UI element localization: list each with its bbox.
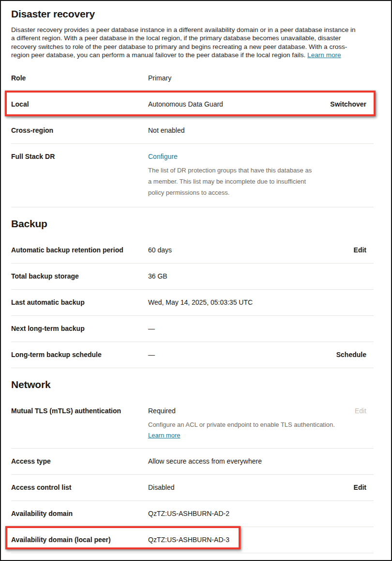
learn-more-link[interactable]: Learn more (148, 431, 180, 439)
row-value-col: ConfigureThe list of DR protection group… (148, 153, 374, 198)
section-backup: BackupAutomatic backup retention period6… (11, 218, 374, 368)
row-label: Cross-region (11, 126, 148, 135)
row-description-line: a member. This list may be incomplete du… (148, 176, 351, 187)
row-value: Required (148, 407, 176, 415)
section-title-backup: Backup (11, 218, 374, 230)
row-cross-region: Cross-regionNot enabled (11, 118, 374, 144)
row-last-automatic-backup: Last automatic backupWed, May 14, 2025, … (11, 290, 374, 316)
row-label: Role (11, 74, 148, 82)
row-availability-domain: Availability domainQzTZ:US-ASHBURN-AD-2 (11, 501, 374, 527)
row-label: Local (11, 100, 148, 109)
row-value-col: RequiredConfigure an ACL or private endp… (148, 407, 349, 439)
row-label: Next long-term backup (11, 325, 148, 333)
section-title-disaster-recovery: Disaster recovery (11, 8, 374, 20)
action-edit[interactable]: Edit (348, 246, 366, 254)
row-label: Full Stack DR (11, 153, 148, 161)
row-label: Automatic backup retention period (11, 246, 148, 254)
action-edit: Edit (349, 407, 366, 415)
row-label: Availability domain (11, 510, 148, 518)
row-value-col: Autonomous Data Guard (148, 100, 324, 109)
section-intro-text: Disaster recovery provides a peer databa… (11, 26, 356, 59)
section-network: NetworkMutual TLS (mTLS) authenticationR… (11, 379, 374, 553)
row-value-col: Wed, May 14, 2025, 05:03:35 UTC (148, 298, 374, 307)
row-mutual-tls-mtls-authentication: Mutual TLS (mTLS) authenticationRequired… (11, 398, 374, 449)
row-availability-domain-local-peer: Availability domain (local peer)QzTZ:US-… (11, 527, 374, 553)
row-value: Not enabled (148, 126, 185, 134)
row-local: LocalAutonomous Data GuardSwitchover (11, 92, 374, 118)
row-description-line: Configure an ACL or private endpoint to … (148, 419, 349, 430)
row-automatic-backup-retention-period: Automatic backup retention period60 days… (11, 237, 374, 264)
row-access-control-list: Access control listDisabledEdit (11, 475, 374, 501)
row-label: Access type (11, 457, 148, 466)
row-label: Total backup storage (11, 272, 148, 280)
settings-panel: Disaster recoveryDisaster recovery provi… (11, 8, 374, 553)
action-schedule[interactable]: Schedule (331, 351, 366, 359)
action-switchover[interactable]: Switchover (324, 100, 366, 109)
learn-more-link[interactable]: Learn more (307, 51, 341, 59)
row-value: QzTZ:US-ASHBURN-AD-2 (148, 510, 229, 517)
row-value-col: Primary (148, 74, 374, 82)
row-value: Allow secure access from everywhere (148, 457, 262, 465)
section-rows-disaster-recovery: RolePrimaryLocalAutonomous Data GuardSwi… (11, 65, 374, 207)
section-rows-network: Mutual TLS (mTLS) authenticationRequired… (11, 398, 374, 553)
row-label: Mutual TLS (mTLS) authentication (11, 407, 148, 415)
row-label: Availability domain (local peer) (11, 536, 148, 544)
row-long-term-backup-schedule: Long-term backup schedule—Schedule (11, 342, 374, 368)
section-title-network: Network (11, 379, 374, 390)
row-value-col: Not enabled (148, 126, 374, 135)
row-value-col: Allow secure access from everywhere (148, 457, 374, 466)
row-label: Last automatic backup (11, 298, 148, 307)
row-value-col: QzTZ:US-ASHBURN-AD-3 (148, 536, 374, 544)
row-label: Long-term backup schedule (11, 351, 148, 359)
row-value: — (148, 325, 155, 332)
row-value-col: 60 days (148, 246, 348, 254)
row-value-col: — (148, 351, 331, 359)
row-value: 36 GB (148, 272, 167, 280)
row-value: Disabled (148, 483, 174, 491)
row-value-col: Disabled (148, 483, 348, 492)
row-value: 60 days (148, 246, 172, 254)
row-role: RolePrimary (11, 65, 374, 92)
settings-page: Disaster recoveryDisaster recovery provi… (0, 0, 392, 561)
row-description-line: policy permissions to access. (148, 187, 351, 198)
row-value: Autonomous Data Guard (148, 100, 223, 108)
row-next-long-term-backup: Next long-term backup— (11, 316, 374, 342)
configure-link[interactable]: Configure (148, 153, 178, 160)
section-disaster-recovery: Disaster recoveryDisaster recovery provi… (11, 8, 374, 207)
action-edit[interactable]: Edit (348, 483, 366, 492)
section-rows-backup: Automatic backup retention period60 days… (11, 237, 374, 368)
row-description: Configure an ACL or private endpoint to … (148, 419, 349, 430)
row-label: Access control list (11, 483, 148, 492)
row-value-col: 36 GB (148, 272, 374, 280)
row-description-line: The list of DR protection groups that ha… (148, 165, 351, 176)
row-total-backup-storage: Total backup storage36 GB (11, 264, 374, 290)
row-value: — (148, 351, 155, 358)
row-value-col: QzTZ:US-ASHBURN-AD-2 (148, 510, 374, 518)
section-intro: Disaster recovery provides a peer databa… (11, 26, 374, 60)
row-value: Primary (148, 74, 171, 82)
row-value: Wed, May 14, 2025, 05:03:35 UTC (148, 298, 253, 306)
row-full-stack-dr: Full Stack DRConfigureThe list of DR pro… (11, 144, 374, 207)
row-value: QzTZ:US-ASHBURN-AD-3 (148, 536, 229, 544)
row-access-type: Access typeAllow secure access from ever… (11, 449, 374, 475)
row-description: The list of DR protection groups that ha… (148, 165, 351, 198)
row-value-col: — (148, 325, 374, 333)
